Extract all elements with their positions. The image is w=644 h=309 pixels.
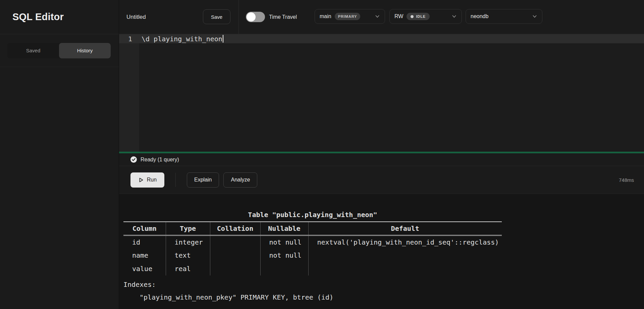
table-cell: name: [123, 249, 166, 262]
topbar: Untitled Save Time Travel main PRIMARY R…: [119, 0, 644, 34]
result-table: Column Type Collation Nullable Default i…: [123, 221, 502, 275]
table-cell: [308, 262, 502, 275]
endpoint-status: IDLE: [416, 14, 426, 18]
table-header-row: Column Type Collation Nullable Default: [123, 222, 502, 235]
topbar-divider: [238, 0, 239, 34]
database-name: neondb: [471, 13, 488, 19]
column-header: Default: [308, 222, 502, 235]
table-cell: [308, 249, 502, 262]
editor-active-line[interactable]: 1 \d playing_with_neon: [119, 34, 644, 43]
tab-history[interactable]: History: [59, 43, 111, 58]
save-button[interactable]: Save: [203, 9, 230, 24]
actions-divider: [175, 173, 176, 187]
idle-status-pill: IDLE: [407, 13, 430, 20]
status-dot-icon: [411, 15, 414, 18]
query-duration: 748ms: [619, 177, 634, 183]
database-select[interactable]: neondb: [466, 9, 542, 24]
column-header: Type: [166, 222, 210, 235]
chevron-down-icon: [375, 14, 380, 19]
sidebar: SQL Editor Saved History: [0, 0, 119, 309]
table-cell: not null: [260, 249, 308, 262]
status-message: Ready (1 query): [141, 157, 179, 163]
result-table-title: Table "public.playing_with_neon": [123, 208, 502, 221]
table-cell: [210, 249, 260, 262]
saved-history-tabs: Saved History: [7, 43, 111, 58]
chevron-down-icon: [532, 14, 537, 19]
explain-button[interactable]: Explain: [187, 172, 219, 188]
line-number-gutter: [119, 34, 139, 152]
sidebar-tabs-section: Saved History: [0, 34, 119, 67]
table-cell: value: [123, 262, 166, 275]
branch-name: main: [320, 13, 331, 19]
branch-select[interactable]: main PRIMARY: [315, 9, 385, 24]
run-button-label: Run: [147, 177, 157, 183]
time-travel-label: Time Travel: [269, 0, 297, 34]
table-cell: id: [123, 235, 166, 249]
status-bar: Ready (1 query): [119, 153, 644, 166]
tab-saved[interactable]: Saved: [7, 43, 59, 58]
column-header: Collation: [210, 222, 260, 235]
primary-badge: PRIMARY: [335, 13, 361, 20]
index-definition: "playing_with_neon_pkey" PRIMARY KEY, bt…: [123, 291, 502, 304]
app-root: SQL Editor Saved History Untitled Save T…: [0, 0, 644, 309]
endpoint-select[interactable]: RW IDLE: [389, 9, 462, 24]
run-button[interactable]: Run: [130, 172, 164, 188]
table-cell: integer: [166, 235, 210, 249]
sql-editor[interactable]: 1 \d playing_with_neon: [119, 34, 644, 152]
actions-toolbar: Run Explain Analyze 748ms: [119, 166, 644, 194]
time-travel-toggle[interactable]: [246, 12, 265, 22]
table-cell: text: [166, 249, 210, 262]
check-circle-icon: [130, 156, 137, 163]
line-number: 1: [119, 35, 139, 43]
table-cell: not null: [260, 235, 308, 249]
column-header: Nullable: [260, 222, 308, 235]
table-row: value real: [123, 262, 502, 275]
toggle-knob-icon: [247, 12, 256, 21]
sidebar-header: SQL Editor: [0, 0, 119, 34]
results-panel: Table "public.playing_with_neon" Column …: [119, 194, 644, 309]
chevron-down-icon: [451, 14, 457, 19]
table-row: id integer not null nextval('playing_wit…: [123, 235, 502, 249]
play-icon: [138, 177, 144, 183]
analyze-button[interactable]: Analyze: [223, 172, 257, 188]
indexes-label: Indexes:: [123, 278, 502, 291]
psql-output: Table "public.playing_with_neon" Column …: [123, 208, 502, 304]
text-caret: [223, 35, 223, 43]
endpoint-name: RW: [394, 13, 403, 19]
table-cell: [210, 262, 260, 275]
table-cell: nextval('playing_with_neon_id_seq'::regc…: [308, 235, 502, 249]
query-title[interactable]: Untitled: [126, 0, 146, 34]
page-title: SQL Editor: [12, 11, 64, 22]
column-header: Column: [123, 222, 166, 235]
editor-code-text: \d playing_with_neon: [139, 35, 222, 43]
table-row: name text not null: [123, 249, 502, 262]
main-panel: Untitled Save Time Travel main PRIMARY R…: [119, 0, 644, 309]
table-cell: [210, 235, 260, 249]
table-cell: real: [166, 262, 210, 275]
table-cell: [260, 262, 308, 275]
